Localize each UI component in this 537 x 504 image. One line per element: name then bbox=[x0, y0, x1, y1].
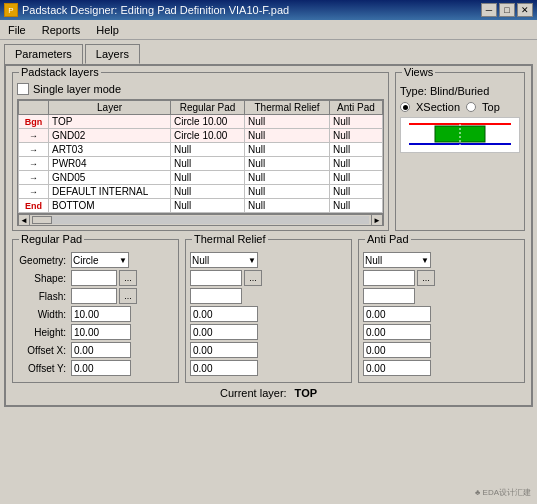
row-marker: → bbox=[19, 143, 49, 157]
col-header-anti: Anti Pad bbox=[330, 101, 383, 115]
menubar: File Reports Help bbox=[0, 20, 537, 40]
thermal-shape-browse[interactable]: ... bbox=[244, 270, 262, 286]
single-layer-label: Single layer mode bbox=[33, 83, 121, 95]
thermal-flash-input[interactable] bbox=[190, 288, 242, 304]
tab-parameters[interactable]: Parameters bbox=[4, 44, 83, 64]
menu-help[interactable]: Help bbox=[92, 22, 123, 38]
scrollbar-thumb[interactable] bbox=[32, 216, 52, 224]
anti-shape-input[interactable] bbox=[363, 270, 415, 286]
flash-label: Flash: bbox=[17, 291, 69, 302]
radio-xsection[interactable] bbox=[400, 102, 410, 112]
radio-xsection-label: XSection bbox=[416, 101, 460, 113]
anti-offsetx-input[interactable] bbox=[363, 342, 431, 358]
table-row[interactable]: → PWR04 Null Null Null bbox=[19, 157, 383, 171]
offsetx-input[interactable] bbox=[71, 342, 131, 358]
table-row[interactable]: → DEFAULT INTERNAL Null Null Null bbox=[19, 185, 383, 199]
row-regular: Null bbox=[171, 185, 245, 199]
offsetx-row: Offset X: bbox=[17, 342, 174, 358]
horizontal-scrollbar[interactable]: ◄ ► bbox=[17, 214, 384, 226]
anti-dropdown-icon: ▼ bbox=[421, 256, 429, 265]
table-row[interactable]: → ART03 Null Null Null bbox=[19, 143, 383, 157]
shape-row: Shape: ... bbox=[17, 270, 174, 286]
single-layer-checkbox[interactable] bbox=[17, 83, 29, 95]
scroll-right-button[interactable]: ► bbox=[371, 214, 383, 226]
radio-top-label: Top bbox=[482, 101, 500, 113]
menu-reports[interactable]: Reports bbox=[38, 22, 85, 38]
height-input[interactable] bbox=[71, 324, 131, 340]
geometry-label: Geometry: bbox=[17, 255, 69, 266]
single-layer-row: Single layer mode bbox=[17, 83, 384, 95]
thermal-height-row bbox=[190, 324, 347, 340]
offsety-input[interactable] bbox=[71, 360, 131, 376]
shape-browse-button[interactable]: ... bbox=[119, 270, 137, 286]
padstack-layers-group: Padstack layers Single layer mode Layer bbox=[12, 72, 389, 231]
title-bar: P Padstack Designer: Editing Pad Definit… bbox=[0, 0, 537, 20]
scrollbar-track[interactable] bbox=[32, 216, 369, 224]
row-regular: Null bbox=[171, 157, 245, 171]
anti-geometry-select[interactable]: Null ▼ bbox=[363, 252, 431, 268]
regular-pad-group: Regular Pad Geometry: Circle ▼ Shape: bbox=[12, 239, 179, 383]
tab-layers[interactable]: Layers bbox=[85, 44, 140, 64]
row-anti: Null bbox=[330, 185, 383, 199]
thermal-geometry-value: Null bbox=[192, 255, 209, 266]
row-marker: End bbox=[19, 199, 49, 213]
col-header-empty bbox=[19, 101, 49, 115]
width-row: Width: bbox=[17, 306, 174, 322]
type-label: Type: bbox=[400, 85, 427, 97]
thermal-dropdown-icon: ▼ bbox=[248, 256, 256, 265]
thermal-width-input[interactable] bbox=[190, 306, 258, 322]
layers-panel: Padstack layers Single layer mode Layer bbox=[4, 64, 533, 407]
row-marker: → bbox=[19, 129, 49, 143]
app-icon: P bbox=[4, 3, 18, 17]
table-row[interactable]: → GND05 Null Null Null bbox=[19, 171, 383, 185]
close-button[interactable]: ✕ bbox=[517, 3, 533, 17]
anti-shape-browse[interactable]: ... bbox=[417, 270, 435, 286]
width-input[interactable] bbox=[71, 306, 131, 322]
geometry-select[interactable]: Circle ▼ bbox=[71, 252, 129, 268]
thermal-flash-row bbox=[190, 288, 347, 304]
radio-top[interactable] bbox=[466, 102, 476, 112]
geometry-dropdown-icon: ▼ bbox=[119, 256, 127, 265]
padstack-layers-title: Padstack layers bbox=[19, 66, 101, 78]
anti-width-row bbox=[363, 306, 520, 322]
row-layer: ART03 bbox=[49, 143, 171, 157]
tab-bar: Parameters Layers bbox=[4, 44, 533, 64]
thermal-height-input[interactable] bbox=[190, 324, 258, 340]
anti-offsetx-row bbox=[363, 342, 520, 358]
anti-offsety-input[interactable] bbox=[363, 360, 431, 376]
thermal-geometry-select[interactable]: Null ▼ bbox=[190, 252, 258, 268]
row-layer: GND02 bbox=[49, 129, 171, 143]
scroll-left-button[interactable]: ◄ bbox=[18, 214, 30, 226]
table-row[interactable]: → GND02 Circle 10.00 Null Null bbox=[19, 129, 383, 143]
maximize-button[interactable]: □ bbox=[499, 3, 515, 17]
thermal-shape-input[interactable] bbox=[190, 270, 242, 286]
table-row[interactable]: End BOTTOM Null Null Null bbox=[19, 199, 383, 213]
anti-pad-group: Anti Pad Null ▼ ... bbox=[358, 239, 525, 383]
shape-input[interactable] bbox=[71, 270, 117, 286]
anti-flash-row bbox=[363, 288, 520, 304]
row-marker: → bbox=[19, 157, 49, 171]
anti-flash-input[interactable] bbox=[363, 288, 415, 304]
anti-width-input[interactable] bbox=[363, 306, 431, 322]
offsety-row: Offset Y: bbox=[17, 360, 174, 376]
row-thermal: Null bbox=[244, 157, 329, 171]
anti-height-input[interactable] bbox=[363, 324, 431, 340]
col-header-layer: Layer bbox=[49, 101, 171, 115]
row-layer: GND05 bbox=[49, 171, 171, 185]
row-marker: → bbox=[19, 171, 49, 185]
thermal-offsety-input[interactable] bbox=[190, 360, 258, 376]
col-header-regular: Regular Pad bbox=[171, 101, 245, 115]
flash-input[interactable] bbox=[71, 288, 117, 304]
thermal-shape-row: ... bbox=[190, 270, 347, 286]
minimize-button[interactable]: ─ bbox=[481, 3, 497, 17]
row-thermal: Null bbox=[244, 171, 329, 185]
view-diagram bbox=[400, 117, 520, 153]
current-layer-label: Current layer: bbox=[220, 387, 287, 399]
menu-file[interactable]: File bbox=[4, 22, 30, 38]
row-regular: Null bbox=[171, 199, 245, 213]
flash-browse-button[interactable]: ... bbox=[119, 288, 137, 304]
row-anti: Null bbox=[330, 115, 383, 129]
table-row[interactable]: Bgn TOP Circle 10.00 Null Null bbox=[19, 115, 383, 129]
thermal-offsetx-input[interactable] bbox=[190, 342, 258, 358]
current-layer-row: Current layer: TOP bbox=[12, 387, 525, 399]
